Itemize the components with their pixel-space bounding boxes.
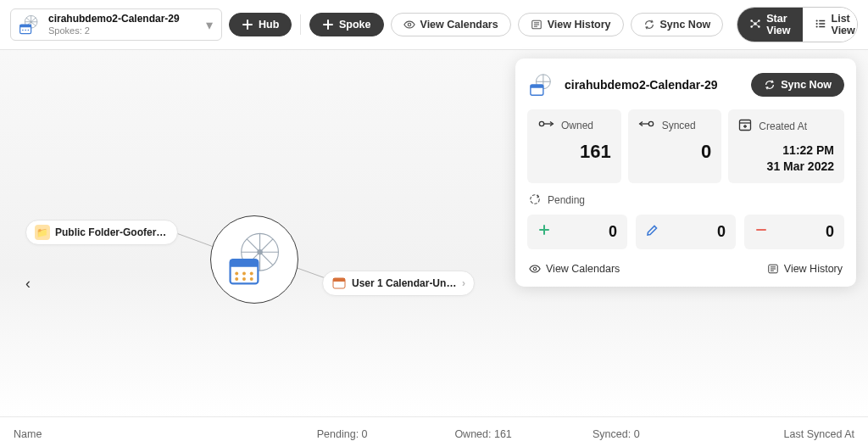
pending-edit: 0 [636, 215, 736, 249]
pending-icon [529, 193, 541, 208]
svg-point-37 [257, 249, 263, 255]
svg-point-10 [408, 23, 411, 26]
pending-delete: 0 [744, 215, 844, 249]
panel-title: cirahubdemo2-Calendar-29 [565, 78, 743, 92]
svg-line-21 [755, 20, 759, 24]
history-icon [531, 19, 542, 31]
synced-icon [638, 118, 655, 132]
svg-line-22 [752, 24, 755, 27]
svg-line-20 [752, 20, 755, 24]
spoke-pill-user-calendar[interactable]: User 1 Calendar-United … › [322, 271, 475, 296]
list-view-toggle[interactable]: List View [803, 8, 858, 42]
prev-arrow[interactable]: ‹ [25, 275, 31, 293]
list-view-label: List View [832, 13, 855, 36]
hub-canvas: ‹ 📁 Public Folder-Goofer Cal... User 1 C… [0, 50, 868, 416]
svg-rect-6 [20, 25, 31, 27]
hub-node[interactable] [210, 215, 298, 304]
plus-icon [322, 19, 334, 31]
add-spoke-button[interactable]: Spoke [309, 13, 384, 36]
svg-line-23 [755, 24, 759, 27]
stat-synced-label: Synced [662, 120, 696, 131]
panel-view-calendars-label: View Calendars [546, 263, 620, 275]
spoke-label: User 1 Calendar-United … [352, 277, 457, 289]
chevron-right-icon: › [462, 277, 465, 289]
panel-view-history[interactable]: View History [767, 263, 843, 275]
svg-point-41 [242, 271, 246, 275]
pencil-icon [646, 223, 659, 240]
view-calendars-label: View Calendars [420, 19, 498, 31]
owned-icon [537, 118, 554, 132]
add-hub-button[interactable]: Hub [229, 13, 292, 36]
pending-add-value: 0 [609, 223, 617, 241]
svg-rect-39 [231, 260, 259, 267]
svg-point-45 [250, 277, 253, 281]
sync-now-button[interactable]: Sync Now [631, 13, 724, 36]
hub-calendar-icon [527, 70, 556, 99]
add-hub-label: Hub [259, 19, 279, 31]
hub-calendar-icon [18, 13, 42, 36]
view-history-label: View History [548, 19, 611, 31]
hub-calendar-icon [225, 230, 284, 289]
star-view-toggle[interactable]: Star View [737, 8, 802, 42]
view-history-button[interactable]: View History [518, 13, 624, 36]
col-owned[interactable]: Owned: 161 [454, 428, 593, 440]
stat-synced: Synced 0 [628, 109, 722, 183]
sync-now-label: Sync Now [660, 19, 711, 31]
svg-point-25 [815, 22, 817, 24]
star-view-label: Star View [766, 13, 790, 36]
eye-icon [403, 19, 415, 31]
stat-created-label: Created At [759, 120, 807, 132]
pending-add: 0 [527, 215, 627, 249]
spoke-pill-public-folder[interactable]: 📁 Public Folder-Goofer Cal... [25, 220, 178, 245]
svg-point-58 [533, 267, 537, 271]
panel-view-calendars[interactable]: View Calendars [529, 263, 620, 275]
svg-point-9 [28, 30, 30, 31]
minus-icon [754, 223, 768, 240]
hub-selector-subtitle: Spokes: 2 [48, 25, 199, 36]
eye-icon [529, 263, 541, 275]
list-view-icon [815, 18, 826, 32]
panel-sync-now-label: Sync Now [781, 79, 832, 91]
svg-rect-47 [333, 278, 345, 282]
add-spoke-label: Spoke [339, 19, 371, 31]
svg-point-44 [242, 277, 246, 281]
col-pending[interactable]: Pending: 0 [317, 428, 455, 440]
stat-created-time: 11:22 PM [738, 142, 834, 159]
plus-icon [537, 223, 551, 240]
col-last-synced[interactable]: Last Synced At [731, 428, 854, 440]
sync-icon [764, 79, 776, 91]
stat-created-date: 31 Mar 2022 [738, 159, 834, 175]
public-folder-icon: 📁 [35, 225, 50, 240]
spoke-label: Public Folder-Goofer Cal... [55, 226, 169, 238]
stat-owned-label: Owned [561, 120, 593, 131]
pending-edit-value: 0 [717, 223, 726, 241]
star-view-icon [749, 18, 761, 32]
panel-sync-now-button[interactable]: Sync Now [751, 73, 844, 97]
col-synced[interactable]: Synced: 0 [593, 428, 731, 440]
stat-owned-value: 161 [537, 141, 611, 163]
col-name[interactable]: Name [14, 428, 317, 440]
list-header: Name Pending: 0 Owned: 161 Synced: 0 Las… [0, 416, 868, 441]
sync-icon [643, 19, 655, 31]
panel-view-history-label: View History [784, 263, 843, 275]
svg-point-7 [22, 30, 24, 31]
hub-detail-panel: cirahubdemo2-Calendar-29 Sync Now Owned … [515, 59, 856, 287]
svg-point-54 [648, 121, 653, 126]
user-calendar-icon [331, 276, 347, 291]
pending-label: Pending [548, 194, 585, 206]
hub-selector[interactable]: cirahubdemo2-Calendar-29 Spokes: 2 ▾ [10, 8, 222, 41]
view-calendars-button[interactable]: View Calendars [391, 13, 511, 36]
topbar: cirahubdemo2-Calendar-29 Spokes: 2 ▾ Hub… [0, 0, 868, 50]
svg-point-42 [250, 271, 253, 275]
svg-point-26 [815, 25, 817, 27]
svg-point-53 [539, 121, 543, 126]
stat-created: Created At 11:22 PM 31 Mar 2022 [728, 109, 844, 183]
chevron-down-icon: ▾ [206, 17, 213, 33]
calendar-plus-icon [738, 118, 752, 134]
view-toggle: Star View List View [737, 7, 858, 42]
svg-rect-52 [531, 85, 543, 88]
separator [300, 14, 301, 35]
svg-point-43 [235, 277, 238, 281]
svg-point-40 [235, 271, 238, 275]
svg-point-24 [815, 20, 817, 21]
